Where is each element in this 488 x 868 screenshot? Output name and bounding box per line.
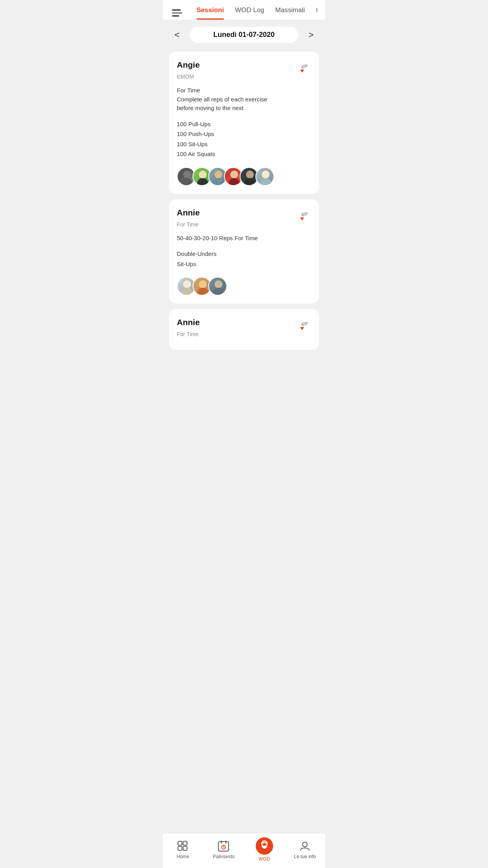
wod-card-header-annie2: Annie ✏ [177, 318, 311, 330]
wod-type-annie: For Time [177, 221, 311, 228]
hamburger-menu[interactable] [171, 8, 184, 18]
svg-point-0 [183, 171, 191, 178]
avatar-face-a3 [209, 277, 226, 296]
wod-type-angie: EMOM [177, 74, 311, 80]
wod-exercises-angie: 100 Pull-Ups100 Push-Ups100 Sit-Ups100 A… [177, 119, 311, 159]
tab-sessioni[interactable]: Sessioni [191, 6, 229, 20]
wod-type-annie2: For Time [177, 331, 311, 337]
wod-edit-button-annie[interactable]: ✏ [299, 208, 311, 221]
svg-point-13 [182, 288, 193, 296]
svg-point-3 [197, 178, 208, 186]
wod-edit-button-annie2[interactable]: ✏ [299, 318, 311, 330]
avatar-face-6 [256, 167, 273, 186]
header: Sessioni WOD Log Massimali Cla... [163, 0, 325, 20]
participant-avatars-annie [177, 277, 311, 296]
wod-description-angie: For TimeComplete all reps of each exerci… [177, 86, 311, 113]
avatar [255, 167, 274, 186]
date-display: Lunedì 01-07-2020 [190, 27, 298, 43]
svg-point-16 [215, 280, 222, 288]
svg-point-6 [230, 171, 238, 178]
svg-point-7 [229, 178, 240, 186]
participant-avatars-angie [177, 167, 311, 186]
edit-arrow-annie2 [300, 327, 304, 330]
svg-point-5 [213, 178, 224, 186]
edit-icon-annie: ✏ [299, 208, 311, 221]
svg-point-11 [260, 178, 271, 186]
header-tabs: Sessioni WOD Log Massimali Cla... [191, 6, 317, 20]
svg-point-2 [199, 171, 207, 178]
date-navigation: < Lunedì 01-07-2020 > [163, 20, 325, 50]
wod-card-header-angie: Angie ✏ [177, 60, 311, 73]
edit-icon-angie: ✏ [299, 60, 311, 73]
hamburger-line-1 [172, 9, 181, 11]
prev-date-button[interactable]: < [171, 28, 183, 42]
wod-list: Angie ✏ EMOM For TimeComplete all reps o… [163, 50, 325, 381]
tab-classifica[interactable]: Cla... [310, 6, 317, 20]
svg-point-9 [244, 178, 255, 186]
wod-description-annie: 50-40-30-20-10 Reps For Time [177, 234, 311, 243]
svg-point-15 [197, 288, 208, 296]
hamburger-line-2 [172, 13, 182, 14]
edit-arrow-angie [300, 70, 304, 73]
svg-point-12 [183, 280, 191, 288]
svg-point-17 [213, 288, 224, 296]
wod-edit-button-angie[interactable]: ✏ [299, 60, 311, 73]
wod-card-header-annie: Annie ✏ [177, 208, 311, 221]
wod-card-angie: Angie ✏ EMOM For TimeComplete all reps o… [169, 51, 319, 194]
svg-point-14 [199, 280, 207, 288]
wod-card-annie2: Annie ✏ For Time [169, 309, 319, 350]
wod-title-annie: Annie [177, 208, 200, 217]
svg-point-1 [182, 178, 193, 186]
svg-point-10 [262, 171, 270, 178]
svg-point-4 [215, 171, 222, 178]
hamburger-line-3 [172, 15, 179, 17]
wod-title-annie2: Annie [177, 318, 200, 327]
tab-wod-log[interactable]: WOD Log [229, 6, 270, 20]
edit-icon-annie2: ✏ [299, 318, 311, 330]
edit-arrow-annie [300, 217, 304, 221]
wod-card-annie: Annie ✏ For Time 50-40-30-20-10 Reps For… [169, 199, 319, 304]
next-date-button[interactable]: > [305, 28, 317, 42]
tab-massimali[interactable]: Massimali [270, 6, 311, 20]
avatar [208, 277, 227, 296]
wod-exercises-annie: Double-UndersSit-Ups [177, 249, 311, 269]
wod-title-angie: Angie [177, 60, 200, 70]
svg-point-8 [246, 171, 254, 178]
